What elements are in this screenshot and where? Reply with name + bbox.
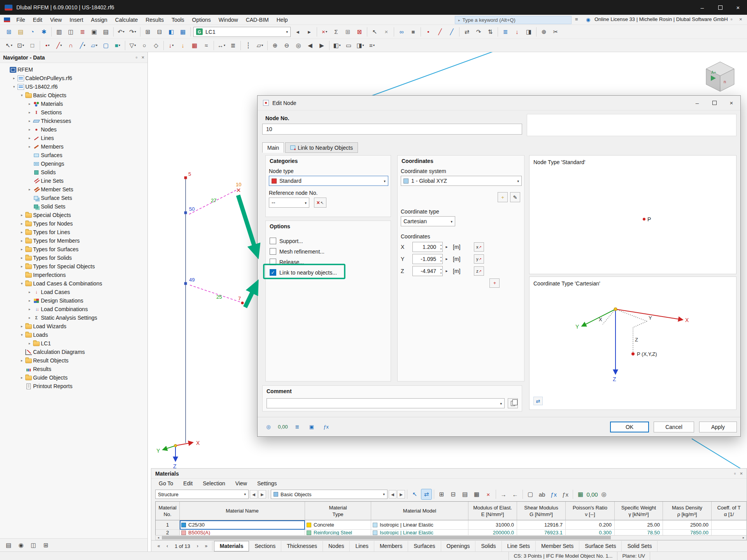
coordinate-type-dropdown[interactable]: Cartesian	[401, 216, 455, 226]
insert-node-icon[interactable]: •	[423, 26, 434, 37]
tree-item-surfaces[interactable]: Surfaces	[0, 151, 147, 159]
menubar-close-icon[interactable]: ×	[739, 16, 742, 22]
dashed-line-25[interactable]	[190, 285, 242, 303]
new-opening-icon[interactable]: ▢	[100, 40, 111, 51]
window-minimize-icon[interactable]: –	[693, 0, 711, 15]
tree-expander-icon[interactable]: ▸	[26, 128, 33, 131]
option-link-to-nearby-objects[interactable]: ✓Link to nearby objects...	[270, 267, 387, 278]
save-icon[interactable]: ◫	[65, 26, 76, 37]
remove-reference-node-icon[interactable]: ×↖	[314, 198, 326, 208]
table-color-icon[interactable]: ▦	[471, 489, 482, 500]
new-nodal-load-icon[interactable]: ↓▾	[166, 40, 177, 51]
open-model-icon[interactable]: ▤	[15, 26, 26, 37]
tree-item-types-for-surfaces[interactable]: ▸Types for Surfaces	[0, 245, 147, 254]
tree-expander-icon[interactable]: ▸	[26, 299, 33, 303]
tree-item-openings[interactable]: Openings	[0, 159, 147, 168]
dropdown-caret-icon[interactable]: ▾	[135, 30, 136, 33]
tree-expander-icon[interactable]: ▸	[19, 256, 25, 260]
import-table-icon[interactable]: ←	[510, 489, 521, 500]
copy-icon[interactable]: ▣	[89, 26, 100, 37]
table-tab-lines[interactable]: Lines	[350, 541, 374, 551]
dlubal-center-icon[interactable]: ◔	[27, 26, 38, 37]
edit-pointer-icon[interactable]: ↖▾	[4, 40, 14, 51]
selected-line-bottom[interactable]	[692, 439, 747, 472]
new-imperfection-icon[interactable]: ≈	[201, 40, 212, 51]
column-header-mass-density-kg-m[interactable]: Mass Densityρ [kg/m³]	[663, 502, 712, 520]
comment-icon[interactable]: ab	[537, 489, 547, 500]
materials-panel-header[interactable]: Materials ▫ ×	[151, 469, 747, 479]
node-49[interactable]	[184, 282, 187, 285]
dropdown-caret-icon[interactable]: ▾	[363, 44, 364, 47]
tree-expander-icon[interactable]: ▸	[26, 307, 33, 311]
column-header-material-type[interactable]: MaterialType	[305, 502, 371, 520]
node-10[interactable]	[237, 189, 240, 192]
coordinate-y-input[interactable]: -1.095▴▾	[412, 254, 443, 264]
next-view-icon[interactable]: ▶	[316, 40, 327, 51]
menu-item-insert[interactable]: Insert	[66, 15, 87, 25]
tree-expander-icon[interactable]: ▸	[19, 239, 25, 243]
tree-item-static-analysis-settings[interactable]: ▸Static Analysis Settings	[0, 313, 147, 322]
tree-item-types-for-members[interactable]: ▸Types for Members	[0, 236, 147, 245]
display-loads-icon[interactable]: ↓	[512, 26, 523, 37]
annotation-icon[interactable]: ≣	[228, 40, 238, 51]
navigator-close-icon[interactable]: ×	[141, 54, 144, 60]
tables-toggle-icon[interactable]: ▦	[177, 26, 188, 37]
scroll-left-icon[interactable]: ◂	[156, 536, 161, 540]
tables-panel-icon[interactable]: ⊞	[40, 540, 52, 551]
table-tab-thicknesses[interactable]: Thicknesses	[281, 541, 323, 551]
deselect-all-icon[interactable]: ×	[381, 26, 392, 37]
tree-item-line-sets[interactable]: Line Sets	[0, 177, 147, 185]
pick-y-in-graphic-icon[interactable]: y↗	[474, 254, 484, 264]
tree-item-design-situations[interactable]: ▸Design Situations	[0, 296, 147, 305]
next-load-case-icon[interactable]: ▸	[304, 26, 315, 37]
navigator-dock-icon[interactable]: ▫	[136, 54, 138, 60]
program-settings-icon[interactable]: ✱	[39, 26, 49, 37]
node-type-dropdown[interactable]: Standard	[269, 176, 388, 186]
delete-row-icon[interactable]: ⊟	[448, 489, 459, 500]
tree-expander-icon[interactable]: ▸	[19, 324, 25, 328]
tree-item-rfem[interactable]: RFEM	[0, 65, 147, 74]
navigator-toggle-icon[interactable]: ◧	[166, 26, 177, 37]
tab-link-to-nearby-objects[interactable]: Link to Nearby Objects	[285, 142, 358, 153]
camera-icon[interactable]: ◫	[28, 540, 39, 551]
tree-item-nodes[interactable]: ▸Nodes	[0, 125, 147, 134]
tree-expander-icon[interactable]: ▸	[26, 187, 33, 191]
dropdown-caret-icon[interactable]: ▾	[373, 44, 375, 47]
tree-expander-icon[interactable]: ▸	[26, 316, 33, 320]
tree-item-printout-reports[interactable]: Printout Reports	[0, 382, 147, 390]
dropdown-caret-icon[interactable]: ▾	[119, 44, 120, 47]
table-row-b500s-a[interactable]: 2B500S(A)Reinforcing SteelIsotropic | Li…	[155, 530, 747, 535]
pick-point-in-graphic-icon[interactable]: +	[489, 278, 500, 288]
calculate-all-icon[interactable]: Σ	[331, 26, 342, 37]
tree-expander-icon[interactable]: ▸	[19, 230, 25, 234]
materials-menu-edit[interactable]: Edit	[178, 480, 198, 486]
tree-expander-icon[interactable]: ▸	[26, 102, 33, 106]
formula-icon[interactable]: ƒx	[548, 489, 559, 500]
tree-expander-icon[interactable]: ▾	[19, 93, 25, 97]
dropdown-caret-icon[interactable]: ▾	[23, 44, 24, 47]
option-release[interactable]: Release...	[270, 257, 387, 267]
previous-load-case-icon[interactable]: ◂	[292, 26, 303, 37]
tree-expander-icon[interactable]: ▸	[11, 76, 17, 80]
tree-item-result-objects[interactable]: ▸Result Objects	[0, 356, 147, 365]
comment-options-icon[interactable]: ≣	[291, 422, 303, 432]
dropdown-caret-icon[interactable]: ▾	[326, 30, 327, 33]
guide-object-icon[interactable]: ┆	[243, 40, 254, 51]
tree-expander-icon[interactable]: ▸	[26, 119, 33, 123]
insert-member-icon[interactable]: ╱	[446, 26, 457, 37]
tab-main[interactable]: Main	[262, 142, 284, 153]
table-tab-members[interactable]: Members	[374, 541, 408, 551]
tree-item-basic-objects[interactable]: ▾Basic Objects	[0, 91, 147, 100]
column-header-poisson-s-ratio[interactable]: Poisson's Ratioν [--]	[566, 502, 615, 520]
tree-item-types-for-solids[interactable]: ▸Types for Solids	[0, 254, 147, 262]
tree-item-solids[interactable]: Solids	[0, 168, 147, 177]
expand-arrow-icon[interactable]: ▸	[444, 269, 450, 273]
search-settings-icon[interactable]: ≡	[575, 16, 578, 22]
tree-expander-icon[interactable]: ▸	[19, 247, 25, 251]
new-support-icon[interactable]: ▽▾	[127, 40, 138, 51]
new-surface-load-icon[interactable]: ▦	[189, 40, 200, 51]
previous-view-icon[interactable]: ◀	[305, 40, 316, 51]
column-header-specific-weight-kn-m[interactable]: Specific Weightγ [kN/m³]	[615, 502, 663, 520]
tree-item-guide-objects[interactable]: ▸Guide Objects	[0, 373, 147, 382]
tree-item-imperfections[interactable]: Imperfections	[0, 271, 147, 279]
